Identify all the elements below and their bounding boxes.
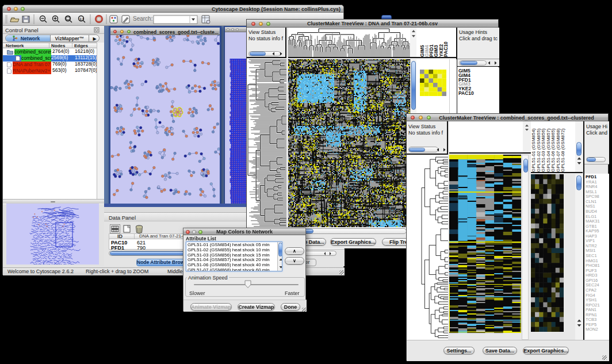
svg-text:Search:: Search: — [133, 16, 152, 22]
svg-text:1:1: 1:1 — [79, 17, 84, 21]
